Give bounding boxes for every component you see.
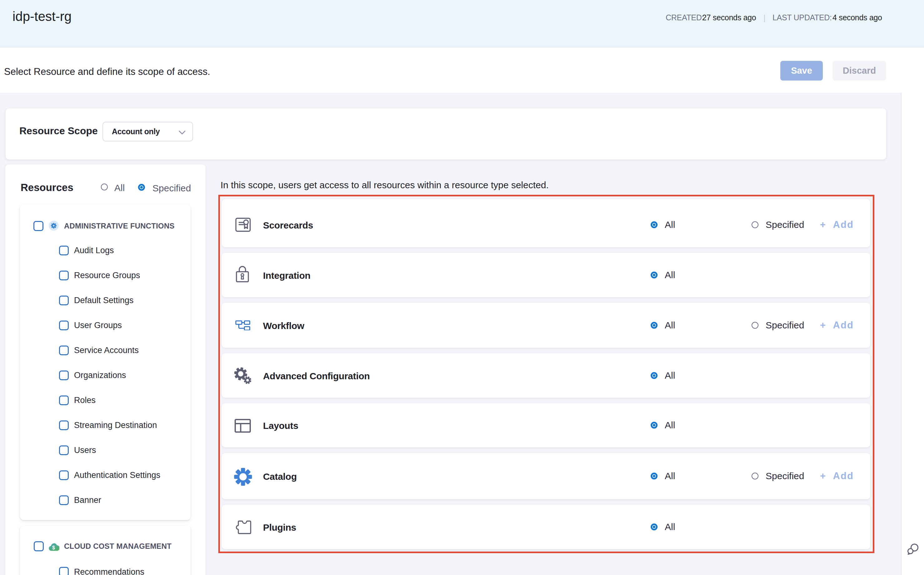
svg-text:$: $ [52, 545, 55, 550]
